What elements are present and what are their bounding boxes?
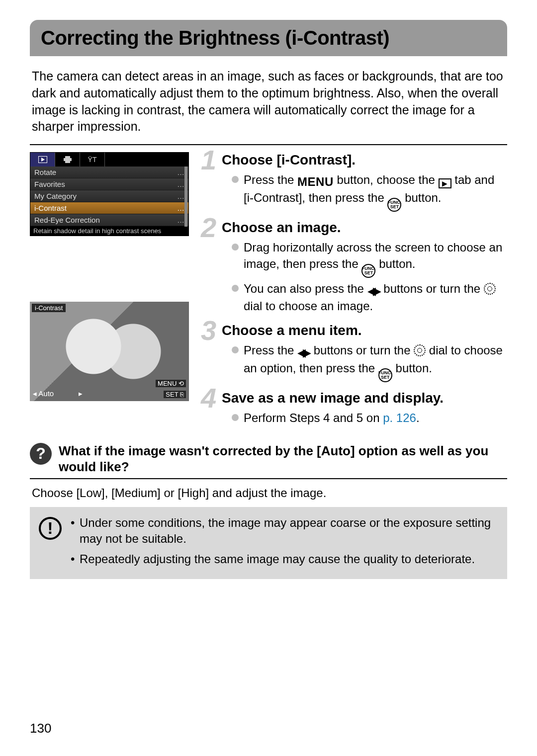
page-title-bar: Correcting the Brightness (i-Contrast) (30, 20, 507, 56)
bullet-icon (232, 346, 239, 353)
menu-button-icon: MENU (297, 174, 334, 190)
camera-menu-screenshot: ŸT Rotate Favorites My Category i-Contra… (30, 152, 189, 236)
func-set-icon: FUNC.SET (378, 368, 392, 382)
bullet-icon (232, 176, 239, 183)
page-reference-link[interactable]: p. 126 (383, 411, 416, 424)
sample-set-label: SET ⎘ (164, 391, 186, 398)
playback-icon: ▶ (439, 178, 451, 188)
caution-icon: ! (39, 517, 62, 540)
bullet-icon (232, 414, 239, 421)
svg-rect-4 (65, 161, 70, 163)
step-title: Save as a new image and display. (222, 390, 507, 406)
step-number: 1 (201, 146, 216, 174)
step-bullet: Drag horizontally across the screen to c… (232, 240, 507, 277)
step: 3Choose a menu item.Press the ◀▶ buttons… (201, 323, 507, 382)
divider (30, 478, 507, 479)
menu-row-redeye: Red-Eye Correction (30, 214, 188, 226)
step: 1Choose [i-Contrast].Press the MENU butt… (201, 152, 507, 212)
menu-row-favorites: Favorites (30, 178, 188, 190)
step-bullet: Press the MENU button, choose the ▶ tab … (232, 172, 507, 212)
menu-row-icontrast: i-Contrast (30, 202, 188, 214)
intro-paragraph: The camera can detect areas in an image,… (32, 68, 507, 135)
left-right-icon: ◀▶ (367, 284, 378, 299)
steps-section: ŸT Rotate Favorites My Category i-Contra… (30, 152, 507, 434)
step-title: Choose [i-Contrast]. (222, 152, 507, 168)
left-right-icon: ◀▶ (297, 345, 308, 360)
func-set-icon: FUNC.SET (387, 198, 401, 212)
sample-tag: i-Contrast (32, 304, 66, 312)
caution-block: ! Under some conditions, the image may a… (30, 507, 507, 579)
playback-tab-icon (30, 153, 55, 167)
tools-tab-icon: ŸT (80, 153, 105, 167)
faq-question: What if the image wasn't corrected by th… (59, 443, 507, 475)
right-column: 1Choose [i-Contrast].Press the MENU butt… (201, 152, 507, 434)
step: 4Save as a new image and display.Perform… (201, 390, 507, 426)
print-tab-icon (55, 153, 80, 167)
control-dial-icon (414, 344, 426, 356)
step: 2Choose an image.Drag horizontally acros… (201, 220, 507, 314)
bullet-icon (232, 244, 239, 251)
caution-item: Repeatedly adjusting the same image may … (71, 551, 498, 567)
sample-photo: i-Contrast MENU ⟲ SET ⎘ ◂ Auto ▸ (30, 302, 189, 401)
menu-hint: Retain shadow detail in high contrast sc… (30, 226, 188, 236)
step-number: 4 (201, 384, 216, 412)
page-title: Correcting the Brightness (i-Contrast) (41, 27, 496, 49)
left-column: ŸT Rotate Favorites My Category i-Contra… (30, 152, 189, 434)
control-dial-icon (484, 283, 496, 295)
step-number: 2 (201, 214, 216, 242)
step-bullet: You can also press the ◀▶ buttons or tur… (232, 281, 507, 315)
func-set-icon: FUNC.SET (361, 264, 375, 278)
question-icon: ? (30, 443, 52, 465)
svg-rect-2 (65, 156, 70, 158)
step-title: Choose an image. (222, 220, 507, 236)
page-number: 130 (30, 721, 51, 736)
caution-item: Under some conditions, the image may app… (71, 515, 498, 547)
step-title: Choose a menu item. (222, 323, 507, 338)
menu-row-rotate: Rotate (30, 167, 188, 178)
step-number: 3 (201, 317, 216, 344)
bullet-icon (232, 285, 239, 292)
sample-auto-label: ◂ Auto ▸ (33, 389, 83, 398)
step-bullet: Press the ◀▶ buttons or turn the dial to… (232, 342, 507, 382)
divider (30, 144, 507, 145)
menu-row-mycategory: My Category (30, 190, 188, 202)
menu-scrollbar (184, 167, 187, 227)
faq-block: ? What if the image wasn't corrected by … (30, 443, 507, 475)
faq-answer: Choose [Low], [Medium] or [High] and adj… (32, 486, 507, 500)
svg-marker-1 (41, 158, 45, 162)
sample-menu-label: MENU ⟲ (156, 380, 186, 387)
svg-rect-3 (64, 158, 72, 161)
step-bullet: Perform Steps 4 and 5 on p. 126. (232, 410, 507, 426)
